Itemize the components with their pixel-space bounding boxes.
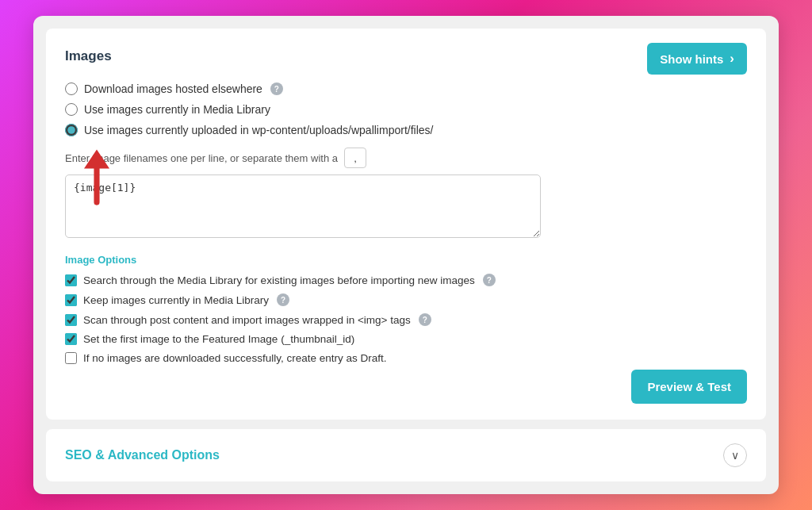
outer-card: Images ∧ Show hints › Download images ho… — [33, 16, 779, 494]
radio-item-download[interactable]: Download images hosted elsewhere ? — [65, 82, 747, 95]
separator-label: Enter image filenames one per line, or s… — [65, 152, 338, 164]
chk-keep-media-help-icon[interactable]: ? — [277, 293, 289, 306]
radio-uploaded[interactable] — [65, 124, 78, 136]
chk-draft-label: If no images are downloaded successfully… — [83, 352, 386, 364]
image-names-textarea[interactable]: {image[1]} — [65, 174, 541, 238]
image-options-title: Image Options — [65, 254, 747, 266]
show-hints-chevron: › — [730, 51, 734, 67]
checkbox-item-draft[interactable]: If no images are downloaded successfully… — [65, 352, 747, 364]
checkbox-item-keep-media[interactable]: Keep images currently in Media Library ? — [65, 293, 747, 306]
chk-keep-media-label: Keep images currently in Media Library — [83, 294, 269, 306]
radio-item-media-library[interactable]: Use images currently in Media Library — [65, 103, 747, 116]
radio-download-label: Download images hosted elsewhere — [84, 82, 262, 95]
chk-search-media-label: Search through the Media Library for exi… — [83, 274, 475, 286]
chk-featured[interactable] — [65, 333, 77, 345]
chk-scan-img-help-icon[interactable]: ? — [419, 313, 431, 326]
chk-scan-img-label: Scan through post content and import ima… — [83, 314, 411, 326]
radio-media-library-label: Use images currently in Media Library — [84, 103, 270, 116]
show-hints-button[interactable]: Show hints › — [647, 43, 747, 75]
seo-section: SEO & Advanced Options ∨ — [46, 429, 766, 481]
radio-download-help-icon[interactable]: ? — [270, 82, 283, 95]
chk-scan-img[interactable] — [65, 314, 77, 326]
checkbox-item-search-media[interactable]: Search through the Media Library for exi… — [65, 274, 747, 286]
radio-group: Download images hosted elsewhere ? Use i… — [65, 82, 747, 136]
checkbox-group: Search through the Media Library for exi… — [65, 274, 747, 364]
seo-expand-button[interactable]: ∨ — [723, 443, 747, 467]
separator-row: Enter image filenames one per line, or s… — [65, 148, 747, 168]
chk-keep-media[interactable] — [65, 294, 77, 306]
preview-test-button[interactable]: Preview & Test — [631, 370, 747, 404]
radio-uploaded-label: Use images currently uploaded in wp-cont… — [84, 124, 433, 136]
radio-media-library[interactable] — [65, 103, 78, 116]
radio-item-uploaded[interactable]: Use images currently uploaded in wp-cont… — [65, 124, 747, 136]
chk-draft[interactable] — [65, 352, 77, 364]
separator-input[interactable] — [344, 148, 366, 168]
chk-search-media[interactable] — [65, 274, 77, 286]
chk-search-media-help-icon[interactable]: ? — [483, 274, 496, 286]
checkbox-item-featured[interactable]: Set the first image to the Featured Imag… — [65, 333, 747, 345]
radio-download[interactable] — [65, 82, 78, 95]
seo-section-title: SEO & Advanced Options — [65, 448, 220, 462]
section-title: Images — [65, 48, 112, 64]
section-header: Images ∧ — [65, 44, 747, 68]
images-section: Images ∧ Show hints › Download images ho… — [46, 29, 766, 420]
checkbox-item-scan-img[interactable]: Scan through post content and import ima… — [65, 313, 747, 326]
chk-featured-label: Set the first image to the Featured Imag… — [83, 333, 354, 345]
show-hints-label: Show hints — [660, 52, 723, 66]
